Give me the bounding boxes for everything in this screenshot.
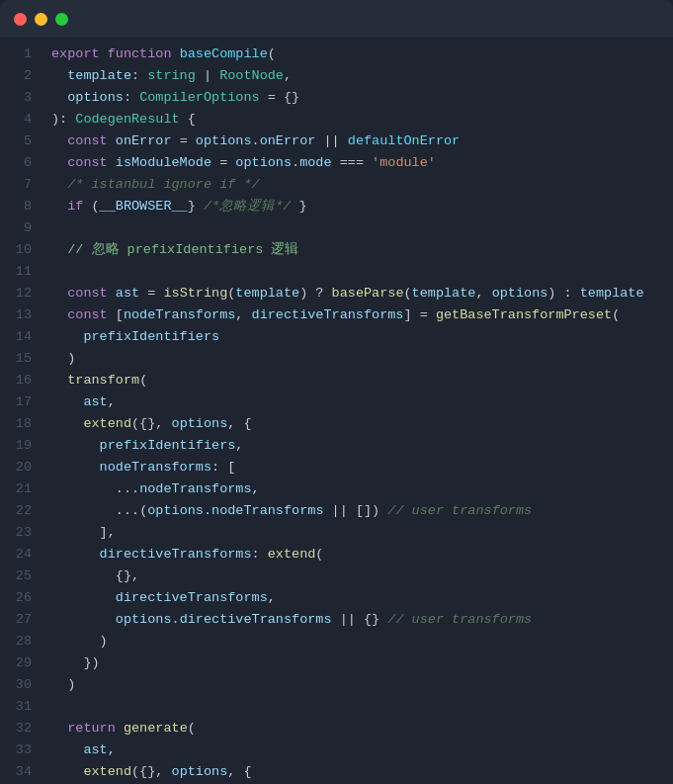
line-content: directiveTransforms: extend(: [51, 544, 323, 566]
line-content: /* istanbul ignore if */: [51, 174, 260, 196]
line-number: 33: [0, 740, 32, 761]
line-number: 21: [0, 479, 32, 500]
line-content: {},: [51, 566, 139, 587]
line-content: extend({}, options, {: [51, 761, 252, 783]
line-content: prefixIdentifiers: [51, 326, 219, 348]
code-line: 6 const isModuleMode = options.mode === …: [0, 152, 673, 174]
line-number: 4: [0, 109, 32, 131]
code-line: 28 ): [0, 631, 673, 653]
line-content: const ast = isString(template) ? basePar…: [51, 283, 644, 305]
line-number: 16: [0, 370, 32, 392]
line-number: 7: [0, 174, 32, 196]
line-content: ): [51, 674, 75, 696]
line-number: 2: [0, 65, 32, 87]
code-line: 24 directiveTransforms: extend(: [0, 544, 673, 566]
line-number: 11: [0, 261, 32, 283]
line-number: 8: [0, 196, 32, 218]
line-number: 32: [0, 718, 32, 740]
code-line: 25 {},: [0, 566, 673, 587]
minimize-button[interactable]: [35, 13, 47, 26]
line-content: prefixIdentifiers,: [51, 435, 243, 457]
code-line: 32 return generate(: [0, 718, 673, 740]
code-line: 34 extend({}, options, {: [0, 761, 673, 783]
code-line: 3 options: CompilerOptions = {}: [0, 87, 673, 109]
code-line: 12 const ast = isString(template) ? base…: [0, 283, 673, 305]
line-content: const isModuleMode = options.mode === 'm…: [51, 152, 436, 174]
code-line: 4): CodegenResult {: [0, 109, 673, 131]
line-content: extend({}, options, {: [51, 413, 252, 435]
code-line: 21 ...nodeTransforms,: [0, 479, 673, 500]
line-content: // 忽略 prefixIdentifiers 逻辑: [51, 239, 298, 261]
line-number: 28: [0, 631, 32, 653]
line-number: 19: [0, 435, 32, 457]
line-content: ],: [51, 522, 116, 544]
line-content: if (__BROWSER__} /*忽略逻辑*/ }: [51, 196, 307, 218]
line-content: export function baseCompile(: [51, 44, 276, 65]
code-line: 11: [0, 261, 673, 283]
code-line: 10 // 忽略 prefixIdentifiers 逻辑: [0, 239, 673, 261]
line-content: ...(options.nodeTransforms || []) // use…: [51, 500, 532, 522]
close-button[interactable]: [14, 13, 27, 26]
line-number: 26: [0, 587, 32, 609]
window: 1export function baseCompile(2 template:…: [0, 0, 673, 784]
code-line: 29 }): [0, 653, 673, 674]
line-content: ): [51, 631, 108, 653]
code-line: 33 ast,: [0, 740, 673, 761]
code-line: 16 transform(: [0, 370, 673, 392]
line-number: 1: [0, 44, 32, 65]
line-number: 20: [0, 457, 32, 479]
line-content: options: CompilerOptions = {}: [51, 87, 299, 109]
maximize-button[interactable]: [55, 13, 68, 26]
line-number: 14: [0, 326, 32, 348]
line-number: 29: [0, 653, 32, 674]
line-number: 24: [0, 544, 32, 566]
line-number: 34: [0, 761, 32, 783]
line-number: 17: [0, 392, 32, 413]
code-line: 30 ): [0, 674, 673, 696]
line-number: 10: [0, 239, 32, 261]
line-content: const [nodeTransforms, directiveTransfor…: [51, 305, 620, 326]
line-number: 22: [0, 500, 32, 522]
code-line: 23 ],: [0, 522, 673, 544]
line-content: return generate(: [51, 718, 196, 740]
titlebar: [0, 0, 673, 38]
line-number: 25: [0, 566, 32, 587]
code-line: 5 const onError = options.onError || def…: [0, 131, 673, 152]
line-number: 12: [0, 283, 32, 305]
code-line: 8 if (__BROWSER__} /*忽略逻辑*/ }: [0, 196, 673, 218]
line-number: 31: [0, 696, 32, 718]
line-content: transform(: [51, 370, 147, 392]
code-line: 14 prefixIdentifiers: [0, 326, 673, 348]
code-line: 1export function baseCompile(: [0, 44, 673, 65]
line-number: 13: [0, 305, 32, 326]
line-number: 15: [0, 348, 32, 370]
code-line: 31: [0, 696, 673, 718]
line-number: 30: [0, 674, 32, 696]
code-line: 15 ): [0, 348, 673, 370]
line-content: ast,: [51, 740, 116, 761]
code-line: 17 ast,: [0, 392, 673, 413]
line-content: ): CodegenResult {: [51, 109, 196, 131]
line-content: const onError = options.onError || defau…: [51, 131, 460, 152]
line-content: ...nodeTransforms,: [51, 479, 260, 500]
line-number: 6: [0, 152, 32, 174]
code-line: 26 directiveTransforms,: [0, 587, 673, 609]
line-number: 18: [0, 413, 32, 435]
line-number: 3: [0, 87, 32, 109]
code-line: 2 template: string | RootNode,: [0, 65, 673, 87]
line-content: directiveTransforms,: [51, 587, 276, 609]
line-content: options.directiveTransforms || {} // use…: [51, 609, 532, 631]
line-content: }): [51, 653, 100, 674]
line-content: ): [51, 348, 75, 370]
line-number: 9: [0, 218, 32, 239]
code-area[interactable]: 1export function baseCompile(2 template:…: [0, 38, 673, 784]
code-line: 7 /* istanbul ignore if */: [0, 174, 673, 196]
code-line: 22 ...(options.nodeTransforms || []) // …: [0, 500, 673, 522]
line-content: template: string | RootNode,: [51, 65, 292, 87]
code-line: 18 extend({}, options, {: [0, 413, 673, 435]
code-line: 9: [0, 218, 673, 239]
line-number: 5: [0, 131, 32, 152]
code-line: 27 options.directiveTransforms || {} // …: [0, 609, 673, 631]
line-number: 27: [0, 609, 32, 631]
line-number: 23: [0, 522, 32, 544]
